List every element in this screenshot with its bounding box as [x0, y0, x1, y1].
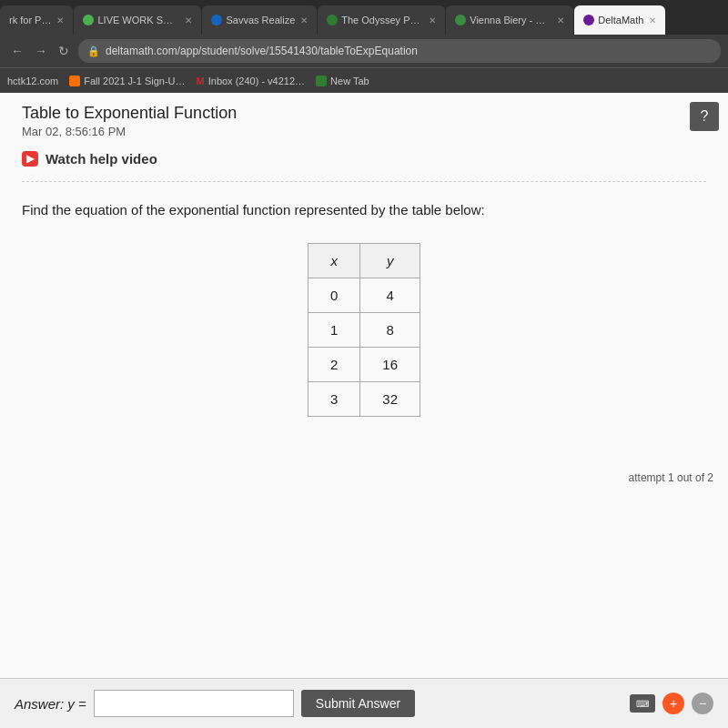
tab-icon-deltamath — [583, 15, 594, 25]
table-row: 3 32 — [308, 381, 420, 416]
corner-icon: ? — [690, 102, 719, 131]
bookmark-hctk[interactable]: hctk12.com — [7, 76, 58, 86]
table-header-y: y — [360, 243, 420, 278]
bookmark-label: Fall 2021 J-1 Sign-U… — [84, 76, 185, 86]
table-cell-y3: 32 — [360, 381, 420, 416]
gmail-icon: M — [197, 76, 205, 86]
table-row: 1 8 — [308, 312, 420, 347]
answer-input[interactable] — [94, 690, 294, 717]
table-cell-x1: 1 — [308, 312, 359, 347]
bookmark-label: New Tab — [330, 76, 369, 86]
bookmark-label: Inbox (240) - v4212… — [208, 76, 305, 86]
data-table-wrapper: x y 0 4 1 8 2 16 — [22, 243, 706, 417]
data-table: x y 0 4 1 8 2 16 — [308, 243, 420, 417]
tab-deltamath[interactable]: DeltaMath ✕ — [574, 5, 665, 35]
back-button[interactable]: ← — [7, 42, 27, 60]
answer-label: Answer: y = — [15, 696, 86, 712]
forward-button[interactable]: → — [31, 42, 51, 60]
reload-button[interactable]: ↻ — [55, 42, 73, 60]
page-content: ? Table to Exponential Function Mar 02, … — [0, 93, 728, 728]
tab-icon-livework — [83, 15, 94, 25]
submit-button[interactable]: Submit Answer — [301, 690, 415, 717]
browser-chrome: rk for P… ✕ LIVE WORK SHE… ✕ Savvas Real… — [0, 0, 728, 93]
page-timestamp: Mar 02, 8:56:16 PM — [22, 125, 706, 138]
table-cell-x3: 3 — [308, 381, 359, 416]
tab-icon-vienna — [455, 15, 466, 25]
table-row: 2 16 — [308, 347, 420, 381]
youtube-icon: ▶ — [22, 151, 38, 167]
bookmark-fall[interactable]: Fall 2021 J-1 Sign-U… — [69, 76, 185, 86]
tab-icon-savvas — [211, 15, 222, 25]
tab-vienna[interactable]: Vienna Biery - m… ✕ — [446, 5, 573, 35]
address-bar-row: ← → ↻ 🔒 deltamath.com/app/student/solve/… — [0, 35, 728, 67]
table-header-x: x — [308, 243, 359, 278]
table-row: 0 4 — [308, 278, 420, 312]
tab-bar: rk for P… ✕ LIVE WORK SHE… ✕ Savvas Real… — [0, 0, 728, 35]
bookmarks-bar: hctk12.com Fall 2021 J-1 Sign-U… M Inbox… — [0, 67, 728, 93]
attempt-text: attempt 1 out of 2 — [0, 471, 728, 484]
bookmark-label: hctk12.com — [7, 76, 58, 86]
table-cell-x2: 2 — [308, 347, 359, 381]
tab-work[interactable]: rk for P… ✕ — [0, 5, 73, 35]
tab-icon-odyssey — [327, 15, 338, 25]
tab-odyssey[interactable]: The Odyssey Pa… ✕ — [318, 5, 445, 35]
bookmark-newtab[interactable]: New Tab — [316, 76, 369, 86]
answer-right: ⌨ + − — [630, 693, 713, 714]
table-cell-y1: 8 — [360, 312, 420, 347]
divider — [22, 181, 706, 182]
table-cell-x0: 0 — [308, 278, 359, 312]
bookmark-inbox[interactable]: M Inbox (240) - v4212… — [197, 76, 306, 86]
answer-area: Answer: y = Submit Answer ⌨ + − — [0, 678, 728, 728]
keyboard-icon[interactable]: ⌨ — [630, 694, 655, 713]
problem-text: Find the equation of the exponential fun… — [22, 200, 706, 221]
bookmark-icon-newtab — [316, 76, 327, 86]
answer-left: Answer: y = Submit Answer — [15, 690, 415, 717]
tab-savvas[interactable]: Savvas Realize ✕ — [202, 5, 317, 35]
bookmark-icon-fall — [69, 76, 80, 86]
lock-icon: 🔒 — [87, 46, 100, 57]
minus-button[interactable]: − — [692, 693, 713, 714]
url-text: deltamath.com/app/student/solve/15541430… — [106, 45, 712, 57]
plus-button[interactable]: + — [662, 693, 684, 714]
nav-buttons: ← → ↻ — [7, 42, 73, 60]
page-heading: Table to Exponential Function — [22, 104, 706, 123]
watch-video-label: Watch help video — [46, 151, 157, 167]
address-bar[interactable]: 🔒 deltamath.com/app/student/solve/155414… — [78, 39, 721, 63]
table-cell-y0: 4 — [360, 278, 420, 312]
tab-livework[interactable]: LIVE WORK SHE… ✕ — [74, 5, 201, 35]
table-cell-y2: 16 — [360, 347, 420, 381]
watch-video-link[interactable]: ▶ Watch help video — [22, 151, 706, 167]
